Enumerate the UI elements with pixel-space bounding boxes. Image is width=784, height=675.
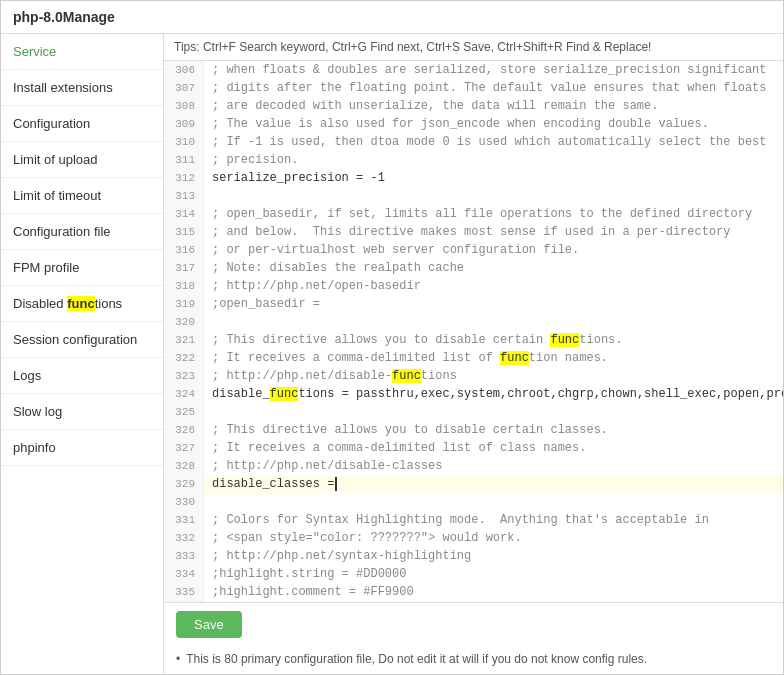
code-line: 334;highlight.string = #DD0000 [164, 565, 783, 583]
line-content: ; or per-virtualhost web server configur… [204, 241, 783, 259]
line-number: 307 [164, 79, 204, 97]
sidebar-item-configuration[interactable]: Configuration [1, 106, 163, 142]
line-content: ; open_basedir, if set, limits all file … [204, 205, 783, 223]
line-number: 326 [164, 421, 204, 439]
line-content: ;highlight.string = #DD0000 [204, 565, 783, 583]
line-number: 334 [164, 565, 204, 583]
line-content [204, 493, 783, 511]
line-number: 331 [164, 511, 204, 529]
footer-area: Save This is 80 primary configuration fi… [164, 602, 783, 674]
line-number: 322 [164, 349, 204, 367]
line-content: ; are decoded with unserialize, the data… [204, 97, 783, 115]
sidebar-item-limit-of-timeout[interactable]: Limit of timeout [1, 178, 163, 214]
code-line: 336;highlight. [164, 601, 783, 602]
code-line: 332; <span style="color: ???????"> would… [164, 529, 783, 547]
sidebar-item-configuration-file[interactable]: Configuration file [1, 214, 163, 250]
line-content: ; http://php.net/syntax-highlighting [204, 547, 783, 565]
line-content [204, 313, 783, 331]
code-line: 308; are decoded with unserialize, the d… [164, 97, 783, 115]
sidebar-item-install-extensions[interactable]: Install extensions [1, 70, 163, 106]
code-line: 316; or per-virtualhost web server confi… [164, 241, 783, 259]
line-content: ; This directive allows you to disable c… [204, 331, 783, 349]
code-line: 329disable_classes = [164, 475, 783, 493]
code-line: 320 [164, 313, 783, 331]
line-number: 325 [164, 403, 204, 421]
line-number: 336 [164, 601, 204, 602]
save-button[interactable]: Save [176, 611, 242, 638]
line-content: ; http://php.net/disable-functions [204, 367, 783, 385]
sidebar-item-phpinfo[interactable]: phpinfo [1, 430, 163, 466]
line-content [204, 403, 783, 421]
footer-note: This is 80 primary configuration file, D… [164, 646, 783, 674]
line-number: 335 [164, 583, 204, 601]
code-line: 313 [164, 187, 783, 205]
line-number: 306 [164, 61, 204, 79]
line-number: 324 [164, 385, 204, 403]
code-line: 307; digits after the floating point. Th… [164, 79, 783, 97]
app-title: php-8.0Manage [13, 9, 115, 25]
sidebar: ServiceInstall extensionsConfigurationLi… [1, 34, 164, 674]
line-number: 309 [164, 115, 204, 133]
code-line: 328; http://php.net/disable-classes [164, 457, 783, 475]
line-number: 333 [164, 547, 204, 565]
tips-text: Tips: Ctrl+F Search keyword, Ctrl+G Find… [174, 40, 651, 54]
line-content: disable_functions = passthru,exec,system… [204, 385, 783, 403]
code-line: 315; and below. This directive makes mos… [164, 223, 783, 241]
sidebar-item-service[interactable]: Service [1, 34, 163, 70]
line-content: ;highlight. [204, 601, 783, 602]
code-line: 323; http://php.net/disable-functions [164, 367, 783, 385]
line-content: ; http://php.net/open-basedir [204, 277, 783, 295]
line-content: ; when floats & doubles are serialized, … [204, 61, 783, 79]
line-number: 329 [164, 475, 204, 493]
line-content: serialize_precision = -1 [204, 169, 783, 187]
line-number: 320 [164, 313, 204, 331]
sidebar-item-limit-of-upload[interactable]: Limit of upload [1, 142, 163, 178]
code-line: 317; Note: disables the realpath cache [164, 259, 783, 277]
line-number: 308 [164, 97, 204, 115]
line-content: ; If -1 is used, then dtoa mode 0 is use… [204, 133, 783, 151]
line-number: 314 [164, 205, 204, 223]
code-line: 314; open_basedir, if set, limits all fi… [164, 205, 783, 223]
main-area: ServiceInstall extensionsConfigurationLi… [1, 34, 783, 674]
line-content: ; <span style="color: ???????"> would wo… [204, 529, 783, 547]
line-content: ; It receives a comma-delimited list of … [204, 439, 783, 457]
line-number: 330 [164, 493, 204, 511]
app-container: php-8.0Manage ServiceInstall extensionsC… [0, 0, 784, 675]
code-line: 333; http://php.net/syntax-highlighting [164, 547, 783, 565]
save-bar: Save [164, 603, 783, 646]
editor-scroll[interactable]: 306; when floats & doubles are serialize… [164, 61, 783, 602]
code-line: 318; http://php.net/open-basedir [164, 277, 783, 295]
line-content [204, 187, 783, 205]
footer-note-text: This is 80 primary configuration file, D… [186, 652, 647, 666]
line-number: 332 [164, 529, 204, 547]
code-line: 306; when floats & doubles are serialize… [164, 61, 783, 79]
line-number: 328 [164, 457, 204, 475]
line-number: 327 [164, 439, 204, 457]
line-number: 317 [164, 259, 204, 277]
sidebar-item-slow-log[interactable]: Slow log [1, 394, 163, 430]
line-number: 316 [164, 241, 204, 259]
line-content: ; The value is also used for json_encode… [204, 115, 783, 133]
line-content: ; Note: disables the realpath cache [204, 259, 783, 277]
line-content: ; It receives a comma-delimited list of … [204, 349, 783, 367]
code-line: 335;highlight.comment = #FF9900 [164, 583, 783, 601]
line-content: ;open_basedir = [204, 295, 783, 313]
sidebar-item-fpm-profile[interactable]: FPM profile [1, 250, 163, 286]
sidebar-item-disabled-functions[interactable]: Disabled functions [1, 286, 163, 322]
sidebar-item-session-configuration[interactable]: Session configuration [1, 322, 163, 358]
line-number: 319 [164, 295, 204, 313]
editor-content: 306; when floats & doubles are serialize… [164, 61, 783, 602]
code-line: 319;open_basedir = [164, 295, 783, 313]
line-content: ; This directive allows you to disable c… [204, 421, 783, 439]
sidebar-item-logs[interactable]: Logs [1, 358, 163, 394]
content-area: Tips: Ctrl+F Search keyword, Ctrl+G Find… [164, 34, 783, 674]
line-content: disable_classes = [204, 475, 783, 493]
line-number: 313 [164, 187, 204, 205]
code-line: 321; This directive allows you to disabl… [164, 331, 783, 349]
code-line: 312serialize_precision = -1 [164, 169, 783, 187]
editor-wrapper: 306; when floats & doubles are serialize… [164, 61, 783, 602]
code-line: 324disable_functions = passthru,exec,sys… [164, 385, 783, 403]
code-line: 327; It receives a comma-delimited list … [164, 439, 783, 457]
line-content: ; and below. This directive makes most s… [204, 223, 783, 241]
code-line: 310; If -1 is used, then dtoa mode 0 is … [164, 133, 783, 151]
